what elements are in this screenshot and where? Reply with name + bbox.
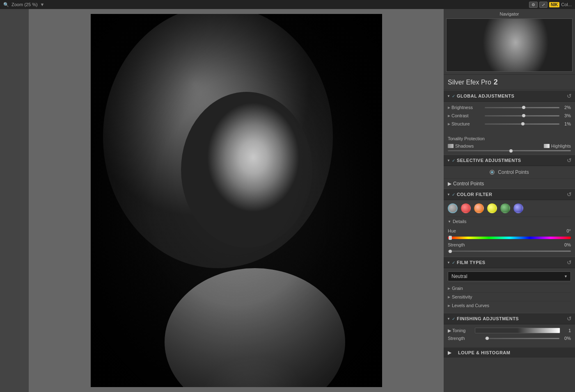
contrast-row: ▶ Contrast 3% <box>448 113 571 118</box>
strength-label: Strength <box>448 242 485 247</box>
grain-row[interactable]: ▶ Grain <box>448 284 571 292</box>
zoom-arrow[interactable]: ▼ <box>40 2 45 7</box>
expand-button[interactable]: ⤢ <box>539 2 548 8</box>
toning-gradient-bar[interactable] <box>475 328 560 333</box>
svg-rect-0 <box>91 14 382 387</box>
radio-inner <box>491 171 493 173</box>
highlights-icon <box>544 144 550 148</box>
structure-slider-container <box>485 123 559 125</box>
selective-adj-check: ✓ <box>452 158 455 163</box>
global-adjustments-header[interactable]: ▼ ✓ GLOBAL ADJUSTMENTS ↺ <box>444 90 575 102</box>
levels-curves-row[interactable]: ▶ Levels and Curves <box>448 301 571 310</box>
strength-value: 0% <box>559 242 571 247</box>
color-filter-arrow: ▼ <box>447 193 450 196</box>
tonality-slider[interactable] <box>448 150 571 151</box>
control-points-expand[interactable]: ▶ Control Points <box>444 178 575 189</box>
settings-button[interactable]: ⚙ <box>529 2 538 8</box>
finishing-adjustments-header[interactable]: ▼ ✓ FINISHING ADJUSTMENTS ↺ <box>444 313 575 324</box>
highlights-btn[interactable]: Highlights <box>544 144 571 148</box>
brightness-expand-arrow: ▶ <box>448 106 450 109</box>
sensitivity-arrow: ▶ <box>448 295 450 299</box>
grain-label: Grain <box>452 286 463 291</box>
film-types-header[interactable]: ▼ ✓ FILM TYPES ↺ <box>444 257 575 268</box>
svg-rect-5 <box>453 19 566 71</box>
control-points-radio[interactable] <box>490 170 495 175</box>
nik-badge: NIK <box>549 2 559 7</box>
levels-curves-label: Levels and Curves <box>452 303 489 308</box>
contrast-slider[interactable] <box>485 115 559 116</box>
finishing-adj-check: ✓ <box>452 317 455 321</box>
shadows-label: Shadows <box>455 144 474 148</box>
structure-label[interactable]: ▶ Structure <box>448 121 485 126</box>
swatch-yellow[interactable] <box>487 203 497 213</box>
finishing-adj-reset[interactable]: ↺ <box>567 315 572 322</box>
canvas-area <box>29 9 444 392</box>
finishing-strength-slider[interactable] <box>485 338 559 339</box>
color-filter-content: ▼ Details Hue 0° Strength 0% <box>444 200 575 257</box>
svg-point-7 <box>497 19 537 67</box>
swatch-gray[interactable] <box>448 203 458 213</box>
structure-thumb <box>521 122 525 125</box>
brightness-thumb <box>522 106 525 109</box>
toning-expand-arrow: ▶ <box>448 328 451 333</box>
finishing-adj-title: FINISHING ADJUSTMENTS <box>457 316 567 321</box>
contrast-thumb <box>522 114 525 117</box>
global-adj-title: GLOBAL ADJUSTMENTS <box>457 93 567 98</box>
strength-slider[interactable] <box>448 251 571 252</box>
selective-adjustments-header[interactable]: ▼ ✓ SELECTIVE ADJUSTMENTS ↺ <box>444 155 575 166</box>
shadows-btn[interactable]: Shadows <box>448 144 474 148</box>
svg-point-3 <box>165 268 345 387</box>
levels-curves-arrow: ▶ <box>448 304 450 308</box>
finishing-strength-value: 0% <box>559 336 571 341</box>
color-filter-check: ✓ <box>452 192 455 197</box>
global-adj-arrow: ▼ <box>447 94 450 98</box>
selective-adj-title: SELECTIVE ADJUSTMENTS <box>457 158 567 163</box>
navigator-image <box>447 19 572 71</box>
swatch-red[interactable] <box>461 203 471 213</box>
global-adjustments-content: ▶ Brightness 2% ▶ Contrast <box>444 102 575 133</box>
color-filter-header[interactable]: ▼ ✓ COLOR FILTER ↺ <box>444 189 575 200</box>
global-adj-reset[interactable]: ↺ <box>567 93 572 99</box>
app-title: Silver Efex Pro <box>448 79 491 86</box>
app-header: Silver Efex Pro 2 <box>444 75 575 90</box>
strength-row: Strength 0% <box>448 242 571 247</box>
film-select-wrapper: Neutral Agfapan APX 25 Fuji Neopan 1600 … <box>448 271 571 281</box>
hue-slider[interactable] <box>448 237 571 239</box>
control-points-label: Control Points <box>498 169 529 175</box>
finishing-strength-slider-container <box>485 338 559 339</box>
main-area: Navigator <box>0 9 575 392</box>
finishing-adj-arrow: ▼ <box>447 317 450 321</box>
structure-row: ▶ Structure 1% <box>448 121 571 126</box>
toning-label[interactable]: ▶ Toning <box>448 328 472 333</box>
structure-slider[interactable] <box>485 123 559 125</box>
hue-thumb <box>449 236 452 240</box>
finishing-strength-row: Strength 0% <box>448 336 571 341</box>
film-types-reset[interactable]: ↺ <box>567 259 572 266</box>
swatch-green[interactable] <box>500 203 510 213</box>
film-type-select[interactable]: Neutral Agfapan APX 25 Fuji Neopan 1600 … <box>448 271 571 281</box>
color-filter-reset[interactable]: ↺ <box>567 191 572 198</box>
hue-row: Hue 0° <box>448 228 571 233</box>
canvas-image <box>91 14 382 387</box>
film-types-content: Neutral Agfapan APX 25 Fuji Neopan 1600 … <box>444 268 575 313</box>
tonality-label: Tonality Protection <box>448 136 571 141</box>
tonality-controls: Shadows Highlights <box>448 144 571 148</box>
contrast-expand-arrow: ▶ <box>448 114 450 118</box>
left-gutter <box>0 9 29 392</box>
highlights-label: Highlights <box>551 144 571 148</box>
loupe-histogram-header[interactable]: ▶ LOUPE & HISTOGRAM <box>444 347 575 358</box>
details-arrow: ▼ <box>448 220 451 223</box>
sensitivity-row[interactable]: ▶ Sensitivity <box>448 292 571 301</box>
brightness-slider[interactable] <box>485 107 559 108</box>
film-types-arrow: ▼ <box>447 261 450 264</box>
contrast-slider-container <box>485 115 559 116</box>
color-filter-title: COLOR FILTER <box>457 192 567 197</box>
swatch-orange[interactable] <box>474 203 484 213</box>
loupe-label: LOUPE & HISTOGRAM <box>458 350 510 355</box>
navigator-header: Navigator <box>446 11 573 16</box>
contrast-label[interactable]: ▶ Contrast <box>448 113 485 118</box>
details-header[interactable]: ▼ Details <box>448 217 571 226</box>
brightness-label[interactable]: ▶ Brightness <box>448 105 485 110</box>
swatch-blue[interactable] <box>513 203 523 213</box>
selective-adj-reset[interactable]: ↺ <box>567 157 572 164</box>
